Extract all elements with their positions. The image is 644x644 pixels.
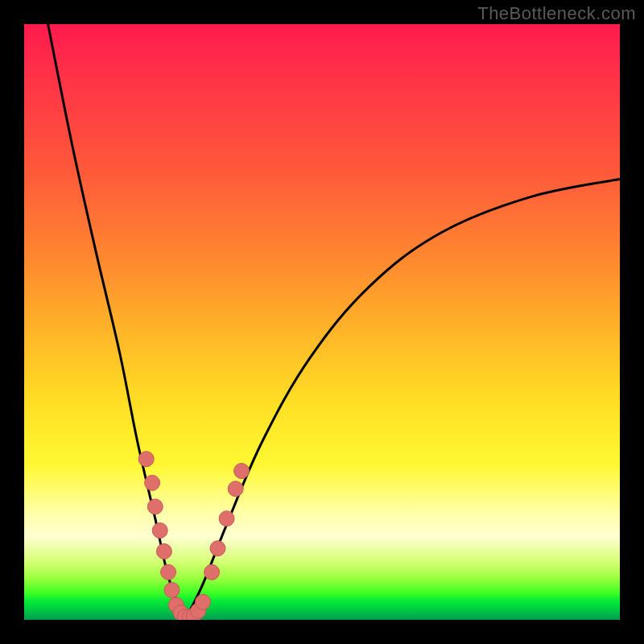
highlight-marker (228, 481, 243, 497)
chart-frame: TheBottleneck.com (0, 0, 644, 644)
highlight-marker (147, 499, 163, 514)
highlight-marker (145, 475, 160, 490)
marker-group (138, 452, 249, 620)
plot-area (24, 24, 620, 620)
highlight-marker (138, 452, 154, 467)
curve-group (48, 24, 620, 620)
highlight-marker (152, 523, 167, 539)
highlight-marker (204, 564, 220, 580)
highlight-marker (219, 511, 234, 526)
highlight-marker (156, 543, 171, 559)
highlight-marker (234, 464, 250, 479)
highlight-marker (161, 564, 176, 580)
highlight-marker (196, 594, 211, 609)
highlight-marker (210, 541, 225, 556)
watermark-text: TheBottleneck.com (477, 3, 636, 24)
bottleneck-curve-right-path (185, 179, 620, 620)
chart-svg (24, 24, 620, 620)
highlight-marker (164, 583, 180, 598)
